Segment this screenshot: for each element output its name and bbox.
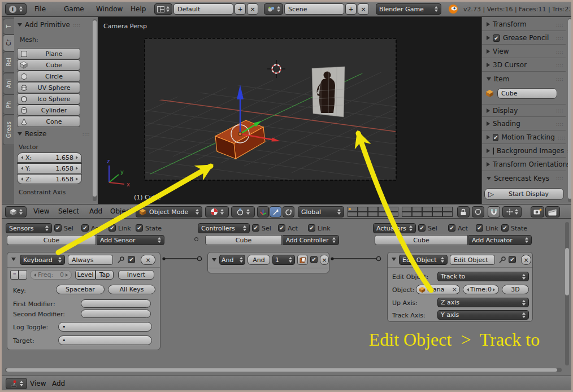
target-object-field[interactable]: diana ×	[416, 285, 460, 294]
layers-grid-2[interactable]	[402, 207, 453, 217]
sensors-sel-checkbox[interactable]: ✔	[54, 224, 62, 232]
add-controller-dropdown[interactable]: Add Controller	[283, 235, 339, 245]
tab-create[interactable]: Cr	[3, 34, 14, 51]
sensors-object-name[interactable]: Cube	[7, 235, 96, 245]
add-cone-button[interactable]: Cone	[17, 116, 80, 127]
delete-scene-button[interactable]: ×	[358, 3, 369, 15]
section-shading[interactable]: Shading::::	[482, 117, 566, 130]
scene-browse-button[interactable]	[264, 3, 283, 15]
section-grease-pencil[interactable]: ✔Grease Pencil::::	[482, 32, 566, 45]
first-modifier-field[interactable]	[81, 299, 151, 308]
controller-active-checkbox[interactable]: ✔	[310, 256, 318, 263]
sensor-name-field[interactable]: Always	[68, 255, 113, 265]
properties-scrollbar[interactable]	[568, 18, 572, 202]
opengl-render-button[interactable]	[531, 206, 544, 217]
resize-panel-header[interactable]: Resize ::::	[18, 130, 94, 138]
menu-window[interactable]: Window	[96, 5, 123, 13]
scene-name-field[interactable]: Scene	[284, 3, 344, 15]
track-axis-dropdown[interactable]: Y axis	[437, 310, 529, 320]
resize-y-field[interactable]: Y: 1.658	[17, 163, 82, 173]
menu-select[interactable]: Select	[58, 207, 79, 215]
editor-type-button-logic[interactable]	[6, 378, 27, 389]
collapse-triangle[interactable]	[212, 258, 216, 262]
scene-lock-button[interactable]	[457, 206, 470, 217]
add-cylinder-button[interactable]: Cylinder	[17, 104, 80, 116]
tool-shelf-scrollbar[interactable]	[93, 19, 97, 201]
logic-h-scrollbar[interactable]	[5, 368, 562, 372]
resize-z-field[interactable]: Z: 1.658	[17, 174, 82, 184]
actuators-state-checkbox[interactable]: ✔	[501, 224, 509, 232]
section-3d-cursor[interactable]: 3D Cursor::::	[482, 59, 566, 72]
actuators-act-checkbox[interactable]: ✔	[448, 224, 455, 232]
layers-grid-1[interactable]	[348, 207, 398, 217]
add-cube-button[interactable]: Cube	[17, 59, 80, 71]
key-button[interactable]: Spacebar	[56, 285, 105, 294]
section-background-images[interactable]: Background Images::::	[482, 145, 566, 158]
pin-icon[interactable]	[498, 256, 506, 264]
log-toggle-field[interactable]: •	[58, 322, 152, 332]
add-circle-button[interactable]: Circle	[17, 71, 80, 82]
add-scene-button[interactable]: +	[345, 3, 357, 15]
sensors-act-checkbox[interactable]: ✔	[81, 224, 89, 232]
add-plane-button[interactable]: Plane	[17, 48, 80, 59]
pin-icon[interactable]	[117, 256, 125, 264]
increment-arrow[interactable]	[76, 156, 78, 159]
add-primitive-panel-header[interactable]: Add Primitive ::::	[18, 21, 94, 29]
grease-pencil-checkbox[interactable]: ✔	[493, 34, 500, 42]
delete-actuator-button[interactable]: ×	[521, 255, 531, 265]
controller-state-dropdown[interactable]: 1	[272, 255, 295, 265]
opengl-render-anim-button[interactable]	[545, 206, 560, 217]
menu-help[interactable]: Help	[131, 5, 146, 13]
section-item[interactable]: Item::::	[482, 72, 566, 85]
actuator-name-field[interactable]: Edit Object	[450, 255, 495, 265]
decrement-arrow[interactable]	[467, 288, 469, 291]
sensors-link-checkbox[interactable]: ✔	[108, 224, 116, 232]
frequency-field[interactable]: Freq: 0	[30, 270, 72, 280]
object-name-field[interactable]: Cube	[497, 88, 557, 99]
edit-object-mode-dropdown[interactable]: Track to	[437, 272, 529, 281]
3d-toggle[interactable]: 3D	[502, 285, 529, 294]
controller-name-field[interactable]: And	[248, 255, 270, 265]
delete-screen-button[interactable]: ×	[247, 3, 258, 15]
controllers-act-checkbox[interactable]: ✔	[278, 224, 285, 232]
start-display-button[interactable]: ▷ Start Display	[484, 188, 564, 200]
add-actuator-dropdown[interactable]: Add Actuator	[468, 235, 532, 245]
orientation-dropdown[interactable]: Global	[298, 206, 344, 217]
section-view[interactable]: View::::	[482, 45, 566, 58]
controller-type-dropdown[interactable]: And	[219, 255, 245, 265]
rotate-manipulator-button[interactable]	[283, 206, 294, 217]
actuators-object-name[interactable]: Cube	[375, 235, 468, 245]
snap-toggle-button[interactable]	[488, 206, 500, 217]
decrement-arrow[interactable]	[34, 273, 36, 277]
add-sensor-dropdown[interactable]: Add Sensor	[97, 235, 164, 245]
actuators-sel-checkbox[interactable]: ✔	[418, 224, 426, 232]
menu-add[interactable]: Add	[89, 207, 102, 215]
diana-object[interactable]	[312, 67, 345, 117]
actuators-link-checkbox[interactable]: ✔	[476, 224, 483, 232]
menu-view[interactable]: View	[33, 207, 49, 215]
tab-tools[interactable]: T	[3, 19, 14, 34]
decrement-arrow[interactable]	[21, 156, 23, 159]
tab-physics[interactable]: Ph	[3, 94, 14, 115]
increment-arrow[interactable]	[493, 288, 495, 291]
controllers-link-checkbox[interactable]: ✔	[308, 224, 315, 232]
pulse-true-toggle[interactable]: '''	[10, 270, 19, 280]
sensors-filter-dropdown[interactable]: Sensors	[6, 223, 52, 233]
viewport-3d[interactable]: z y x Camera Persp (1) Cube	[98, 17, 481, 204]
sensor-active-checkbox[interactable]: ✔	[128, 256, 135, 263]
mode-dropdown[interactable]: Object Mode	[136, 206, 202, 217]
add-screen-button[interactable]: +	[235, 3, 246, 15]
actuators-filter-dropdown[interactable]: Actuators	[373, 223, 416, 233]
snap-element-dropdown[interactable]	[502, 206, 522, 217]
states-visualize-button[interactable]	[297, 255, 308, 265]
editor-type-button-3dview[interactable]	[5, 206, 27, 217]
section-transform-orientations[interactable]: Transform Orientations::::	[482, 158, 566, 171]
second-modifier-field[interactable]	[81, 310, 151, 318]
menu-file[interactable]: File	[34, 5, 46, 13]
resize-x-field[interactable]: X: 1.658	[17, 153, 82, 163]
sensor-type-dropdown[interactable]: Keyboard	[20, 255, 65, 265]
tab-relations[interactable]: Rel	[3, 51, 14, 73]
section-motion-tracking[interactable]: ✔Motion Tracking::::	[482, 131, 566, 144]
background-images-checkbox[interactable]	[493, 147, 494, 155]
logic-v-scrollbar[interactable]	[565, 222, 569, 365]
